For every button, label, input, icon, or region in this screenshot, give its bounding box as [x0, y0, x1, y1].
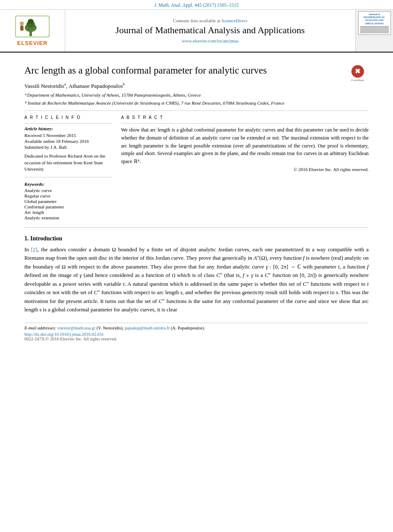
footer-copyright: 0022-247X/© 2016 Elsevier Inc. All right… — [24, 337, 369, 341]
intro-title: 1. Introduction — [24, 235, 369, 242]
crossmark-label: CrossMark — [351, 79, 364, 82]
thumb-line — [360, 30, 389, 31]
email-b[interactable]: papadop@math.unistra.fr — [125, 326, 170, 330]
footer-section: E-mail addresses: vnestor@math.uoa.gr (V… — [24, 323, 369, 341]
received-date: Received 5 November 2015 — [24, 133, 113, 138]
divider-after-affiliations — [24, 111, 369, 111]
svg-point-5 — [20, 21, 24, 26]
article-info-abstract-section: A R T I C L E I N F O Article history: R… — [24, 115, 369, 220]
abstract-divider — [121, 123, 369, 124]
history-label: Article history: — [24, 126, 113, 131]
email-footnote: E-mail addresses: vnestor@math.uoa.gr (V… — [24, 326, 369, 330]
citation-text: J. Math. Anal. Appl. 445 (2017) 1505–151… — [154, 3, 239, 8]
elsevier-logo-box: ELSEVIER — [0, 10, 65, 52]
journal-center: Contents lists available at ScienceDirec… — [65, 10, 355, 52]
affiliation-a: ᵃ Department of Mathematics, University … — [24, 92, 369, 99]
keyword-6: Analytic extension — [24, 215, 113, 220]
intro-paragraph-1: In [2], the authors consider a domain Ω … — [24, 245, 369, 314]
svg-point-3 — [28, 19, 34, 24]
crossmark-icon: ✖ CrossMark — [351, 65, 364, 82]
dedication-text: Dedicated to Professor Richard Aron on t… — [24, 153, 113, 172]
affiliation-b: ᵇ Institut de Recherche Mathématique Ava… — [24, 100, 369, 107]
thumb-journal-title: Journal ofMATHEMATICALANALYSIS ANDAPPLIC… — [360, 13, 389, 25]
submitted-by: Submitted by J.A. Ball — [24, 145, 113, 150]
abstract-text: We show that arc length is a global conf… — [121, 126, 369, 165]
crossmark-circle: ✖ — [351, 65, 364, 78]
abstract-column: A B S T R A C T We show that arc length … — [121, 115, 369, 220]
thumb-inner: Journal ofMATHEMATICALANALYSIS ANDAPPLIC… — [358, 11, 391, 35]
elsevier-tree-icon — [13, 15, 51, 38]
doi-link[interactable]: http://dx.doi.org/10.1016/j.jmaa.2016.02… — [24, 332, 369, 337]
author-a-sup: a — [64, 82, 66, 86]
article-info-column: A R T I C L E I N F O Article history: R… — [24, 115, 113, 220]
article-title: Arc length as a global conformal paramet… — [24, 64, 369, 77]
keyword-3: Global parameter — [24, 199, 113, 204]
sciencedirect-link[interactable]: ScienceDirect — [222, 18, 248, 23]
main-content: Arc length as a global conformal paramet… — [0, 53, 393, 350]
journal-thumbnail: Journal ofMATHEMATICALANALYSIS ANDAPPLIC… — [355, 10, 393, 52]
left-divider-2 — [24, 177, 113, 177]
keywords-label: Keywords: — [24, 182, 113, 187]
email-a[interactable]: vnestor@math.uoa.gr — [57, 326, 95, 330]
left-divider — [24, 123, 113, 124]
thumb-line — [360, 32, 389, 33]
author-b-sup: b — [123, 82, 125, 86]
keyword-2: Regular curve — [24, 193, 113, 198]
thumb-line — [360, 26, 389, 27]
top-citation-bar: J. Math. Anal. Appl. 445 (2017) 1505–151… — [0, 0, 393, 10]
svg-rect-6 — [20, 26, 24, 31]
affiliations: ᵃ Department of Mathematics, University … — [24, 92, 369, 106]
crossmark-badge[interactable]: ✖ CrossMark — [351, 64, 369, 82]
author-b-name: Athanase Papadopoulos — [69, 82, 123, 89]
keyword-5: Arc length — [24, 210, 113, 215]
journal-url[interactable]: www.elsevier.com/locate/jmaa — [182, 38, 239, 43]
copyright-line: © 2016 Elsevier Inc. All rights reserved… — [121, 167, 369, 172]
journal-header: ELSEVIER Contents lists available at Sci… — [0, 10, 393, 53]
author-a-name: Vassili Nestoridis — [24, 82, 64, 89]
thumb-lines — [360, 26, 389, 33]
sciencedirect-line: Contents lists available at ScienceDirec… — [173, 18, 247, 23]
thumb-line — [360, 31, 389, 32]
available-date: Available online 18 February 2016 — [24, 139, 113, 144]
ref-2[interactable]: [2] — [31, 246, 37, 253]
journal-title: Journal of Mathematical Analysis and App… — [116, 25, 305, 36]
thumb-line — [360, 27, 389, 28]
divider-before-intro — [24, 227, 369, 228]
keyword-4: Conformal parameter — [24, 204, 113, 209]
elsevier-brand: ELSEVIER — [17, 40, 47, 46]
keyword-1: Analytic curve — [24, 188, 113, 193]
authors-line: Vassili Nestoridisa, Athanase Papadopoul… — [24, 82, 369, 90]
article-info-label: A R T I C L E I N F O — [24, 115, 113, 120]
thumb-line — [360, 29, 389, 29]
abstract-label: A B S T R A C T — [121, 115, 369, 120]
